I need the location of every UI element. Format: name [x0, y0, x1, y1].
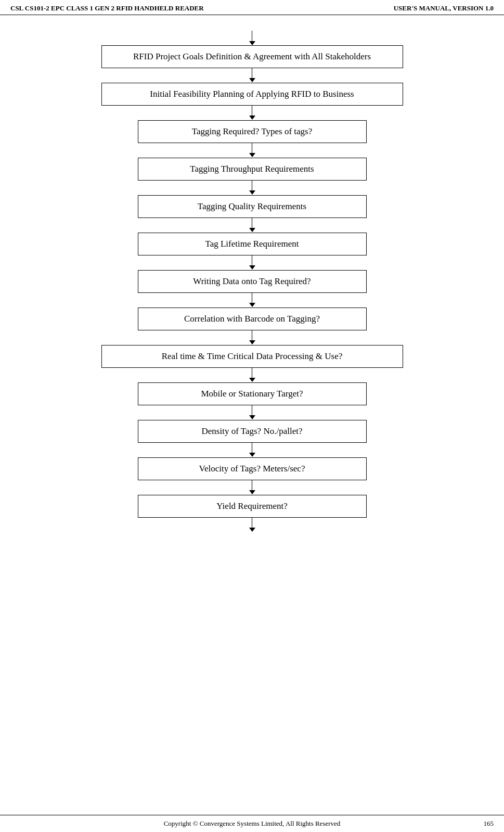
entry-arrow [249, 31, 255, 45]
arrow-10 [249, 405, 255, 420]
arrow-6 [249, 255, 255, 270]
header-left: CSL CS101-2 EPC CLASS 1 GEN 2 RFID HANDH… [10, 4, 204, 12]
footer-copyright: Copyright © Convergence Systems Limited,… [164, 820, 341, 828]
flow-box-8: Correlation with Barcode on Tagging? [138, 308, 367, 330]
flow-box-2: Initial Feasibility Planning of Applying… [101, 83, 403, 106]
arrow-3 [249, 143, 255, 158]
arrow-12 [249, 480, 255, 495]
arrow-2 [249, 106, 255, 120]
flow-box-10: Mobile or Stationary Target? [138, 382, 367, 405]
page-footer: Copyright © Convergence Systems Limited,… [0, 815, 504, 832]
footer-page-number: 165 [484, 820, 494, 828]
flow-box-9: Real time & Time Critical Data Processin… [101, 345, 403, 368]
arrow-9 [249, 368, 255, 382]
flow-box-13: Yield Requirement? [138, 495, 367, 518]
exit-arrow [249, 518, 255, 532]
flow-box-7: Writing Data onto Tag Required? [138, 270, 367, 293]
flow-box-12: Velocity of Tags? Meters/sec? [138, 457, 367, 480]
flow-box-6: Tag Lifetime Requirement [138, 233, 367, 255]
arrow-7 [249, 293, 255, 308]
flow-box-11: Density of Tags? No./pallet? [138, 420, 367, 443]
flow-box-4: Tagging Throughput Requirements [138, 158, 367, 181]
main-content: RFID Project Goals Definition & Agreemen… [0, 15, 504, 815]
page-header: CSL CS101-2 EPC CLASS 1 GEN 2 RFID HANDH… [0, 0, 504, 15]
arrow-5 [249, 218, 255, 233]
flow-box-3: Tagging Required? Types of tags? [138, 120, 367, 143]
header-right: USER'S MANUAL, VERSION 1.0 [394, 4, 494, 12]
flow-box-1: RFID Project Goals Definition & Agreemen… [101, 45, 403, 68]
flow-box-5: Tagging Quality Requirements [138, 195, 367, 218]
arrow-8 [249, 330, 255, 345]
arrow-11 [249, 443, 255, 457]
arrow-1 [249, 68, 255, 83]
flowchart: RFID Project Goals Definition & Agreemen… [10, 31, 494, 532]
arrow-4 [249, 181, 255, 195]
